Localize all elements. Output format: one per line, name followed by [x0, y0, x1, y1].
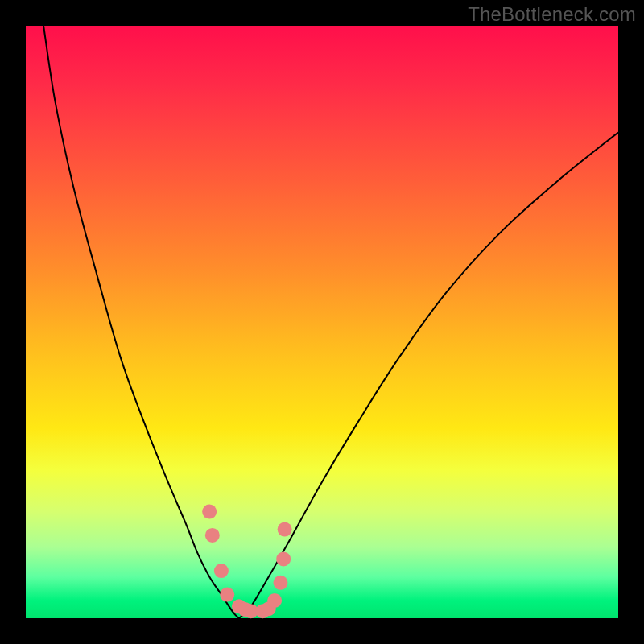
fit-dot	[273, 576, 287, 590]
right-branch-curve	[239, 132, 618, 618]
fit-dot	[205, 528, 220, 543]
watermark-text: TheBottleneck.com	[468, 3, 636, 26]
fit-dot	[267, 593, 282, 608]
curves-svg	[26, 26, 618, 618]
plot-area	[26, 26, 618, 618]
fit-dot	[278, 522, 292, 537]
chart-frame: TheBottleneck.com	[0, 0, 644, 644]
fit-dot	[220, 588, 234, 602]
fit-dot	[276, 551, 291, 566]
fit-dot	[214, 564, 229, 578]
fit-dots-group	[202, 505, 291, 619]
fit-dot	[202, 505, 217, 519]
